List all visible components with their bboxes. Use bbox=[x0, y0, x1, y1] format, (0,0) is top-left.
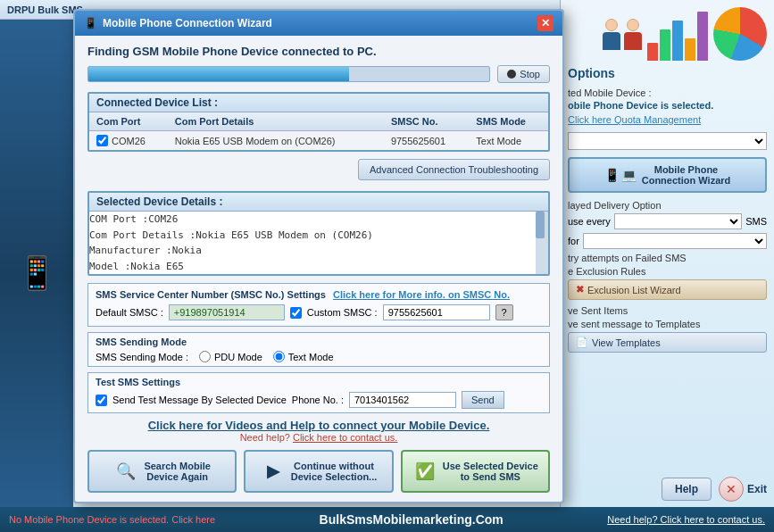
row-checkbox[interactable] bbox=[96, 135, 108, 146]
help-button[interactable]: Help bbox=[662, 478, 712, 501]
stop-icon bbox=[507, 70, 516, 79]
help-sub-area: Need help? Click here to contact us. bbox=[87, 432, 550, 443]
sms-use-every-row: use every SMS bbox=[568, 213, 767, 229]
adv-btn-row: Advanced Connection Troubleshooting bbox=[87, 159, 550, 186]
connected-device-header: Connected Device List : bbox=[89, 94, 548, 112]
smsc-custom-input[interactable] bbox=[383, 304, 490, 320]
right-panel: Options ted Mobile Device : obile Phone … bbox=[560, 0, 774, 532]
use-selected-device-btn[interactable]: ✅ Use Selected Deviceto Send SMS bbox=[401, 450, 550, 493]
sms-label: SMS bbox=[745, 216, 767, 227]
retry-label: try attempts on Failed SMS bbox=[568, 253, 767, 263]
test-sms-section: Test SMS Settings Send Test Message By S… bbox=[87, 372, 550, 413]
person-head bbox=[627, 19, 639, 31]
modal-overlay: 📱 Mobile Phone Connection Wizard ✕ Findi… bbox=[0, 0, 560, 527]
smsc-title-text: SMS Service Center Number (SMSC No.) Set… bbox=[96, 289, 326, 300]
search-icon: 🔍 bbox=[113, 459, 138, 484]
smsc-settings-section: SMS Service Center Number (SMSC No.) Set… bbox=[87, 283, 550, 327]
smsc-title: SMS Service Center Number (SMSC No.) Set… bbox=[96, 289, 542, 300]
smsc-more-info-link[interactable]: Click here for More info. on SMSC No. bbox=[333, 289, 510, 300]
person-figure-1 bbox=[603, 19, 620, 50]
phone-label: Phone No. : bbox=[292, 395, 344, 405]
test-row: Send Test Message By Selected Device Pho… bbox=[96, 391, 542, 409]
device-details-text[interactable]: COM Port :COM26 Com Port Details :Nokia … bbox=[89, 212, 548, 274]
connection-wizard-btn[interactable]: 📱 💻 Mobile PhoneConnection Wizard bbox=[568, 157, 767, 193]
view-templates-btn[interactable]: 📄 View Templates bbox=[568, 332, 767, 353]
continue-without-btn[interactable]: ▶ Continue withoutDevice Selection... bbox=[244, 450, 393, 493]
header-graphics bbox=[568, 7, 767, 61]
text-radio[interactable] bbox=[273, 351, 285, 362]
exclusion-label: e Exclusion Rules bbox=[568, 266, 767, 277]
pdu-radio[interactable] bbox=[199, 351, 211, 362]
sms-for-row: for bbox=[568, 233, 767, 249]
connection-wizard-modal: 📱 Mobile Phone Connection Wizard ✕ Findi… bbox=[73, 9, 564, 503]
col-details: Com Port Details bbox=[168, 112, 384, 131]
help-link-area: Click here for Videos and Help to connec… bbox=[87, 419, 550, 443]
col-smsc: SMSC No. bbox=[384, 112, 469, 131]
exclusion-wizard-btn[interactable]: ✖ Exclusion List Wizard bbox=[568, 279, 767, 300]
templates-btn-label: View Templates bbox=[592, 337, 661, 348]
dropdown-row bbox=[568, 132, 767, 150]
person-body bbox=[624, 32, 642, 50]
modal-title-text: Mobile Phone Connection Wizard bbox=[103, 17, 272, 29]
table-row: COM26 Nokia E65 USB Modem on (COM26) 975… bbox=[89, 131, 548, 151]
person-figure-2 bbox=[624, 19, 642, 50]
modal-title: 📱 Mobile Phone Connection Wizard bbox=[84, 17, 272, 29]
help-sub-text: Need help? bbox=[240, 432, 290, 443]
status-right-link[interactable]: Need help? Click here to contact us. bbox=[607, 514, 765, 525]
stop-button[interactable]: Stop bbox=[497, 65, 550, 83]
sent-label: ve Sent Items bbox=[568, 305, 767, 316]
stop-label: Stop bbox=[520, 69, 540, 79]
help-main-link[interactable]: Click here for Videos and Help to connec… bbox=[87, 419, 550, 432]
progress-area: Stop bbox=[87, 65, 550, 83]
wizard-btn-label: Mobile PhoneConnection Wizard bbox=[642, 164, 731, 186]
status-bar: No Mobile Phone Device is selected. Clic… bbox=[0, 507, 774, 532]
modal-body: Finding GSM Mobile Phone Device connecte… bbox=[75, 36, 562, 502]
device-table: Com Port Com Port Details SMSC No. SMS M… bbox=[89, 112, 548, 150]
help-contact-link[interactable]: Click here to contact us. bbox=[293, 432, 397, 443]
pie-chart bbox=[713, 7, 767, 61]
send-button[interactable]: Send bbox=[462, 391, 504, 409]
phone-input[interactable] bbox=[349, 392, 456, 408]
use-every-select[interactable] bbox=[614, 213, 742, 229]
smsc-question-btn[interactable]: ? bbox=[495, 304, 513, 320]
test-sms-title: Test SMS Settings bbox=[96, 377, 542, 387]
smsc-custom-label: Custom SMSC : bbox=[307, 307, 378, 318]
modal-subtitle: Finding GSM Mobile Phone Device connecte… bbox=[87, 45, 550, 58]
bar-4 bbox=[685, 38, 695, 61]
advanced-troubleshoot-btn[interactable]: Advanced Connection Troubleshooting bbox=[358, 159, 550, 180]
selected-device-section: Selected Device Details : COM Port :COM2… bbox=[87, 191, 550, 276]
search-again-label: Search MobileDevice Again bbox=[144, 461, 211, 482]
modal-close-button[interactable]: ✕ bbox=[537, 15, 553, 31]
test-sms-checkbox[interactable] bbox=[96, 395, 107, 406]
template-icon: 📄 bbox=[576, 337, 588, 348]
row-smsc: 9755625601 bbox=[384, 131, 469, 151]
connected-device-section: Connected Device List : Com Port Com Por… bbox=[87, 92, 550, 152]
use-device-label: Use Selected Deviceto Send SMS bbox=[443, 461, 538, 482]
options-title: Options bbox=[568, 66, 767, 80]
dropdown-select[interactable] bbox=[568, 132, 767, 150]
smsc-custom-checkbox[interactable] bbox=[290, 307, 302, 319]
smsc-default-input[interactable] bbox=[169, 304, 285, 320]
exit-group: ✕ Exit bbox=[719, 477, 767, 502]
sms-mode-label: SMS Sending Mode : bbox=[96, 352, 188, 362]
smsc-row: Default SMSC : Custom SMSC : ? bbox=[96, 304, 542, 320]
row-mode: Text Mode bbox=[469, 131, 548, 151]
details-scrollbar[interactable] bbox=[536, 212, 548, 274]
text-mode-label: Text Mode bbox=[288, 352, 334, 362]
quota-link[interactable]: Click here Quota Management bbox=[568, 114, 767, 125]
check-icon: ✅ bbox=[412, 459, 437, 484]
sms-mode-section: SMS Sending Mode SMS Sending Mode : PDU … bbox=[87, 332, 550, 367]
search-again-button[interactable]: 🔍 Search MobileDevice Again bbox=[87, 450, 237, 493]
test-sms-label: Send Test Message By Selected Device bbox=[112, 395, 287, 405]
status-left-text: No Mobile Phone Device is selected. Clic… bbox=[9, 514, 215, 525]
sms-mode-title: SMS Sending Mode bbox=[96, 337, 542, 347]
for-select[interactable] bbox=[583, 233, 767, 249]
exit-button[interactable]: ✕ bbox=[719, 477, 744, 502]
col-com-port: Com Port bbox=[89, 112, 168, 131]
bar-5 bbox=[697, 12, 708, 61]
col-mode: SMS Mode bbox=[469, 112, 548, 131]
selected-device-header: Selected Device Details : bbox=[89, 193, 548, 212]
row-details: Nokia E65 USB Modem on (COM26) bbox=[168, 131, 384, 151]
bar-chart bbox=[647, 7, 708, 61]
exclusion-btn-label: Exclusion List Wizard bbox=[587, 285, 681, 295]
